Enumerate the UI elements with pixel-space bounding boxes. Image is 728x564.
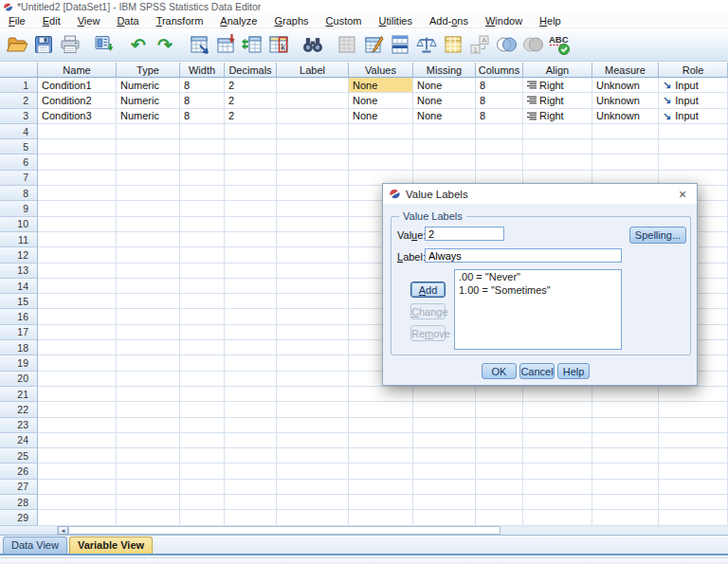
- column-header-role[interactable]: Role: [659, 63, 728, 78]
- cell-columns-row5[interactable]: [476, 139, 523, 155]
- cell-label-row8[interactable]: [277, 186, 349, 201]
- row-header-4[interactable]: 4: [0, 124, 38, 139]
- cell-measure-row2[interactable]: Unknown: [592, 93, 659, 108]
- menu-file[interactable]: File: [0, 15, 34, 27]
- row-header-22[interactable]: 22: [0, 402, 38, 417]
- cell-missing-row5[interactable]: [413, 139, 476, 155]
- cell-name-row17[interactable]: [38, 325, 117, 340]
- cell-measure-row6[interactable]: [592, 155, 659, 170]
- cell-align-row22[interactable]: [523, 402, 592, 417]
- save-button[interactable]: [30, 31, 57, 58]
- cell-measure-row1[interactable]: Unknown: [592, 78, 659, 93]
- cell-width-row26[interactable]: [180, 464, 225, 479]
- cell-decimals-row2[interactable]: 2: [225, 93, 277, 108]
- cell-role-row28[interactable]: [659, 495, 728, 510]
- split-file-button[interactable]: [387, 31, 413, 58]
- cell-label-row15[interactable]: [277, 294, 349, 309]
- row-header-23[interactable]: 23: [0, 418, 38, 433]
- cell-type-row6[interactable]: [117, 155, 180, 170]
- cell-type-row1[interactable]: Numeric: [117, 78, 180, 93]
- cell-values-row5[interactable]: [349, 139, 413, 155]
- cell-align-row28[interactable]: [523, 495, 592, 510]
- cell-values-row2[interactable]: None: [349, 93, 413, 108]
- cell-width-row22[interactable]: [180, 402, 225, 417]
- cell-decimals-row17[interactable]: [225, 325, 277, 340]
- cell-label-row10[interactable]: [277, 217, 349, 232]
- cell-missing-row23[interactable]: [413, 418, 476, 433]
- cell-align-row25[interactable]: [523, 448, 592, 464]
- cell-columns-row6[interactable]: [476, 155, 523, 170]
- value-labels-list[interactable]: .00 = "Never"1.00 = "Sometimes": [454, 269, 622, 350]
- menu-analyze[interactable]: Analyze: [211, 15, 265, 27]
- cell-columns-row23[interactable]: [476, 418, 523, 433]
- column-header-align[interactable]: Align: [523, 63, 592, 78]
- cell-missing-row6[interactable]: [413, 155, 476, 170]
- cell-align-row29[interactable]: [523, 510, 592, 525]
- cell-missing-row29[interactable]: [413, 510, 476, 525]
- cell-name-row28[interactable]: [38, 495, 117, 510]
- column-header-width[interactable]: Width: [180, 63, 225, 78]
- cell-name-row26[interactable]: [38, 464, 117, 479]
- cell-name-row11[interactable]: [38, 232, 117, 247]
- cell-role-row27[interactable]: [659, 480, 728, 495]
- cell-values-row26[interactable]: [349, 464, 413, 479]
- spelling-button[interactable]: Spelling...: [629, 227, 686, 244]
- cell-label-row14[interactable]: [277, 279, 349, 294]
- cell-name-row20[interactable]: [38, 372, 117, 387]
- cell-type-row25[interactable]: [117, 448, 180, 464]
- menu-utilities[interactable]: Utilities: [371, 15, 421, 27]
- value-labels-button[interactable]: A1: [466, 31, 493, 58]
- cell-width-row13[interactable]: [180, 264, 225, 279]
- cell-role-row2[interactable]: ↘Input: [659, 93, 728, 108]
- row-header-25[interactable]: 25: [0, 448, 38, 464]
- row-header-10[interactable]: 10: [0, 217, 38, 232]
- cell-measure-row27[interactable]: [592, 480, 659, 495]
- cell-columns-row21[interactable]: [476, 387, 523, 402]
- cell-name-row18[interactable]: [38, 340, 117, 355]
- row-header-21[interactable]: 21: [0, 387, 38, 402]
- cell-missing-row26[interactable]: [413, 464, 476, 479]
- cell-align-row1[interactable]: Right: [523, 78, 592, 93]
- cancel-button[interactable]: Cancel: [519, 363, 555, 379]
- cell-missing-row27[interactable]: [413, 480, 476, 495]
- cell-width-row14[interactable]: [180, 279, 225, 294]
- open-data-button[interactable]: [4, 31, 30, 58]
- cell-width-row24[interactable]: [180, 433, 225, 448]
- cell-type-row27[interactable]: [117, 480, 180, 495]
- print-button[interactable]: [57, 31, 83, 58]
- cell-type-row17[interactable]: [117, 325, 180, 340]
- cell-decimals-row12[interactable]: [225, 247, 277, 263]
- cell-type-row18[interactable]: [117, 340, 180, 355]
- cell-role-row3[interactable]: ↘Input: [659, 109, 728, 124]
- cell-width-row6[interactable]: [180, 155, 225, 170]
- cell-width-row16[interactable]: [180, 309, 225, 324]
- cell-decimals-row26[interactable]: [225, 464, 277, 479]
- cell-values-row21[interactable]: [349, 387, 413, 402]
- cell-name-row6[interactable]: [38, 155, 117, 170]
- cell-decimals-row1[interactable]: 2: [225, 78, 277, 93]
- row-header-14[interactable]: 14: [0, 279, 38, 294]
- row-header-7[interactable]: 7: [0, 171, 38, 186]
- row-header-20[interactable]: 20: [0, 372, 38, 387]
- cell-role-row22[interactable]: [659, 402, 728, 417]
- column-header-type[interactable]: Type: [117, 63, 180, 78]
- cell-label-row22[interactable]: [277, 402, 349, 417]
- variables-button[interactable]: [239, 31, 265, 58]
- cell-columns-row28[interactable]: [476, 495, 523, 510]
- cell-role-row23[interactable]: [659, 418, 728, 433]
- cell-missing-row3[interactable]: None: [413, 109, 476, 124]
- cell-columns-row24[interactable]: [476, 433, 523, 448]
- cell-type-row14[interactable]: [117, 279, 180, 294]
- cell-name-row10[interactable]: [38, 217, 117, 232]
- cell-label-row6[interactable]: [277, 155, 349, 170]
- select-cases-button[interactable]: [440, 31, 466, 58]
- row-header-11[interactable]: 11: [0, 232, 38, 247]
- row-header-1[interactable]: 1: [0, 78, 38, 93]
- cell-type-row7[interactable]: [117, 171, 180, 186]
- menu-help[interactable]: Help: [531, 15, 570, 27]
- cell-measure-row3[interactable]: Unknown: [592, 109, 659, 124]
- cell-type-row4[interactable]: [117, 124, 180, 139]
- cell-align-row21[interactable]: [523, 387, 592, 402]
- cell-name-row12[interactable]: [38, 247, 117, 263]
- cell-type-row22[interactable]: [117, 402, 180, 417]
